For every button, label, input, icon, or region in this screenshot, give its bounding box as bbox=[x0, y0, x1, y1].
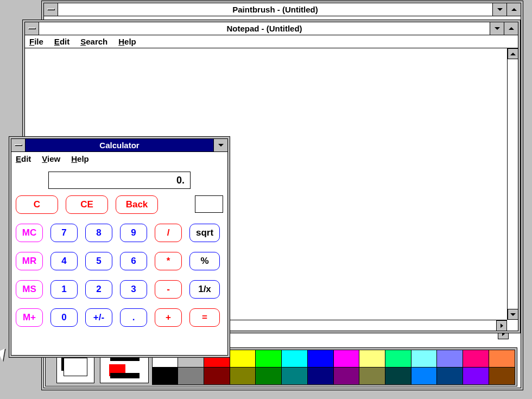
palette-swatch[interactable] bbox=[281, 350, 308, 368]
notepad-titlebar[interactable]: Notepad - (Untitled) bbox=[25, 22, 518, 35]
menu-edit[interactable]: Edit bbox=[54, 37, 69, 46]
multiply-button[interactable]: * bbox=[155, 252, 182, 270]
menu-help[interactable]: Help bbox=[71, 154, 89, 163]
menu-search[interactable]: Search bbox=[80, 37, 107, 46]
digit-3-button[interactable]: 3 bbox=[120, 280, 147, 299]
menu-edit[interactable]: Edit bbox=[16, 154, 31, 163]
menu-file[interactable]: File bbox=[29, 37, 43, 46]
equals-button[interactable]: = bbox=[189, 308, 220, 327]
maximize-button[interactable] bbox=[506, 3, 521, 16]
palette-swatch[interactable] bbox=[255, 350, 282, 368]
notepad-vscroll[interactable] bbox=[507, 48, 518, 320]
system-menu-icon[interactable] bbox=[11, 139, 26, 151]
clear-button[interactable]: C bbox=[16, 195, 58, 214]
digit-7-button[interactable]: 7 bbox=[50, 224, 78, 242]
scroll-right-icon[interactable] bbox=[496, 320, 507, 331]
subtract-button[interactable]: - bbox=[155, 280, 182, 299]
calculator-window: Calculator Edit View Help 0. C CE Back M… bbox=[11, 138, 228, 356]
palette-swatch[interactable] bbox=[178, 367, 204, 385]
palette-swatch[interactable] bbox=[463, 350, 489, 368]
scroll-down-icon[interactable] bbox=[508, 309, 518, 320]
palette-swatch[interactable] bbox=[152, 367, 179, 385]
palette-swatch[interactable] bbox=[333, 367, 360, 385]
palette-swatch[interactable] bbox=[411, 350, 438, 368]
minimize-button[interactable] bbox=[492, 3, 506, 16]
minimize-button[interactable] bbox=[490, 22, 504, 35]
notepad-title: Notepad - (Untitled) bbox=[39, 22, 490, 35]
reciprocal-button[interactable]: 1/x bbox=[189, 280, 220, 299]
palette-swatch[interactable] bbox=[307, 367, 334, 385]
sqrt-button[interactable]: sqrt bbox=[189, 224, 220, 242]
scroll-up-icon[interactable] bbox=[508, 48, 518, 59]
palette-swatch[interactable] bbox=[385, 367, 411, 385]
system-menu-icon[interactable] bbox=[44, 3, 58, 16]
menu-view[interactable]: View bbox=[42, 154, 60, 163]
paintbrush-title: Paintbrush - (Untitled) bbox=[58, 3, 492, 16]
digit-9-button[interactable]: 9 bbox=[120, 224, 147, 242]
palette-swatch[interactable] bbox=[436, 350, 463, 368]
palette-swatch[interactable] bbox=[489, 367, 515, 385]
palette-swatch[interactable] bbox=[307, 350, 334, 368]
decimal-button[interactable]: . bbox=[120, 308, 147, 327]
calculator-menubar: Edit View Help bbox=[11, 152, 227, 165]
digit-4-button[interactable]: 4 bbox=[50, 252, 78, 270]
paintbrush-titlebar[interactable]: Paintbrush - (Untitled) bbox=[44, 3, 521, 16]
ms-button[interactable]: MS bbox=[16, 280, 43, 299]
clear-entry-button[interactable]: CE bbox=[66, 195, 108, 214]
notepad-menubar: File Edit Search Help bbox=[25, 35, 518, 48]
calculator-titlebar[interactable]: Calculator bbox=[11, 139, 227, 152]
mc-button[interactable]: MC bbox=[16, 224, 43, 242]
palette-swatch[interactable] bbox=[333, 350, 360, 368]
percent-button[interactable]: % bbox=[189, 252, 220, 270]
digit-1-button[interactable]: 1 bbox=[50, 280, 78, 299]
system-menu-icon[interactable] bbox=[25, 22, 39, 35]
add-button[interactable]: + bbox=[155, 308, 182, 327]
mplus-button[interactable]: M+ bbox=[16, 308, 43, 327]
digit-8-button[interactable]: 8 bbox=[85, 224, 112, 242]
palette-swatch[interactable] bbox=[463, 367, 489, 385]
backspace-button[interactable]: Back bbox=[116, 195, 158, 214]
menu-help[interactable]: Help bbox=[118, 37, 136, 46]
memory-indicator bbox=[195, 195, 223, 213]
palette-swatch[interactable] bbox=[436, 367, 463, 385]
palette-swatch[interactable] bbox=[385, 350, 411, 368]
digit-5-button[interactable]: 5 bbox=[85, 252, 112, 270]
digit-0-button[interactable]: 0 bbox=[50, 308, 78, 327]
current-color-box bbox=[100, 351, 149, 383]
palette-swatch[interactable] bbox=[489, 350, 515, 368]
maximize-button[interactable] bbox=[504, 22, 518, 35]
selected-color-box bbox=[56, 351, 94, 383]
palette-swatch[interactable] bbox=[411, 367, 438, 385]
palette-swatch[interactable] bbox=[230, 367, 256, 385]
palette-swatch[interactable] bbox=[204, 367, 230, 385]
calculator-title: Calculator bbox=[26, 139, 213, 151]
divide-button[interactable]: / bbox=[155, 224, 182, 242]
calculator-display: 0. bbox=[48, 172, 191, 189]
cursor-icon bbox=[0, 349, 10, 362]
mr-button[interactable]: MR bbox=[16, 252, 43, 270]
plus-minus-button[interactable]: +/- bbox=[85, 308, 112, 327]
minimize-button[interactable] bbox=[213, 139, 227, 151]
digit-6-button[interactable]: 6 bbox=[120, 252, 147, 270]
palette-swatch[interactable] bbox=[359, 367, 385, 385]
digit-2-button[interactable]: 2 bbox=[85, 280, 112, 299]
palette-swatch[interactable] bbox=[230, 350, 256, 368]
palette-swatch[interactable] bbox=[255, 367, 282, 385]
palette-swatch[interactable] bbox=[359, 350, 385, 368]
palette-swatch[interactable] bbox=[281, 367, 308, 385]
